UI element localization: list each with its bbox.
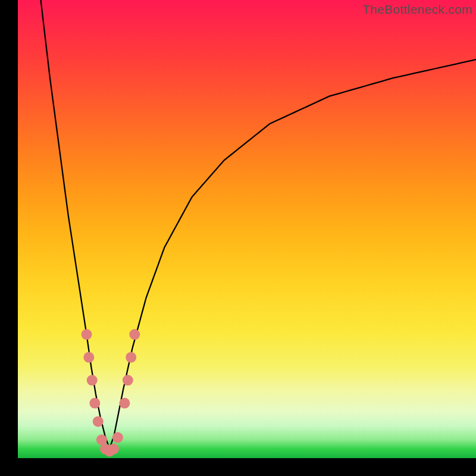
data-point: [89, 398, 100, 409]
chart-frame: TheBottleneck.com: [0, 0, 476, 476]
data-point: [108, 444, 119, 455]
data-point: [93, 416, 104, 427]
data-point: [126, 352, 136, 363]
data-point: [119, 398, 130, 409]
data-point: [129, 329, 140, 340]
data-point: [123, 375, 133, 386]
data-point: [112, 432, 123, 443]
data-point: [87, 375, 98, 386]
curve-layer: [18, 0, 476, 458]
plot-area: TheBottleneck.com: [18, 0, 476, 458]
data-point: [83, 352, 94, 363]
scatter-points: [82, 329, 140, 456]
curve-right-branch: [109, 60, 476, 449]
data-point: [96, 434, 107, 445]
data-point: [82, 329, 92, 340]
curve-left-branch: [41, 0, 110, 449]
